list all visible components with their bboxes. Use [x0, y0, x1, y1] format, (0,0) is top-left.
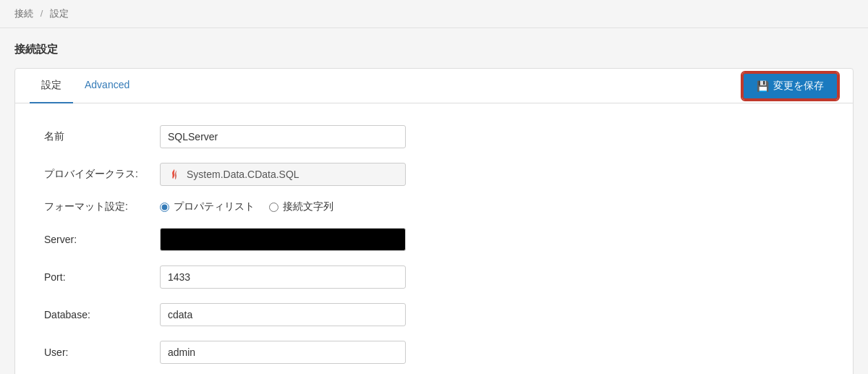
- label-user: User:: [44, 347, 160, 358]
- radio-label-connection-string: 接続文字列: [283, 200, 333, 213]
- label-format: フォーマット設定:: [44, 200, 160, 213]
- input-server[interactable]: [160, 228, 406, 251]
- form-row-name: 名前: [44, 125, 824, 148]
- tabs-bar: 設定 Advanced 💾 変更を保存: [15, 69, 853, 103]
- breadcrumb-link-connection[interactable]: 接続: [14, 8, 33, 19]
- section-title: 接続設定: [14, 43, 854, 56]
- save-button-label: 変更を保存: [773, 80, 824, 93]
- provider-text: System.Data.CData.SQL: [187, 169, 299, 180]
- cdata-icon: [168, 168, 181, 181]
- provider-wrap: System.Data.CData.SQL: [160, 163, 406, 186]
- radio-option-property-list[interactable]: プロパティリスト: [160, 200, 255, 213]
- radio-group-format: プロパティリスト 接続文字列: [160, 200, 333, 213]
- breadcrumb-bar: 接続 / 設定: [0, 0, 868, 28]
- save-icon: 💾: [757, 80, 769, 92]
- form-row-port: Port:: [44, 265, 824, 289]
- label-port: Port:: [44, 271, 160, 283]
- breadcrumb-current: 設定: [50, 8, 69, 19]
- form-row-format: フォーマット設定: プロパティリスト 接続文字列: [44, 200, 824, 213]
- label-provider: プロバイダークラス:: [44, 168, 160, 181]
- tab-settings[interactable]: 設定: [30, 69, 73, 103]
- radio-connection-string[interactable]: [269, 203, 278, 212]
- input-database[interactable]: [160, 303, 406, 326]
- radio-label-property-list: プロパティリスト: [174, 200, 255, 213]
- label-name: 名前: [44, 130, 160, 143]
- form-row-database: Database:: [44, 303, 824, 326]
- form-row-user: User:: [44, 341, 824, 364]
- input-port[interactable]: [160, 265, 406, 289]
- breadcrumb-separator: /: [41, 8, 43, 19]
- tab-advanced[interactable]: Advanced: [73, 69, 141, 103]
- card: 設定 Advanced 💾 変更を保存 名前 プロバイダークラス:: [14, 68, 854, 374]
- input-name[interactable]: [160, 125, 406, 148]
- radio-property-list[interactable]: [160, 203, 169, 212]
- save-button[interactable]: 💾 変更を保存: [742, 72, 838, 100]
- form-row-server: Server:: [44, 228, 824, 251]
- label-database: Database:: [44, 309, 160, 320]
- label-server: Server:: [44, 234, 160, 245]
- radio-option-connection-string[interactable]: 接続文字列: [269, 200, 333, 213]
- form-row-provider: プロバイダークラス: System.Data.CData.SQL: [44, 163, 824, 186]
- input-user[interactable]: [160, 341, 406, 364]
